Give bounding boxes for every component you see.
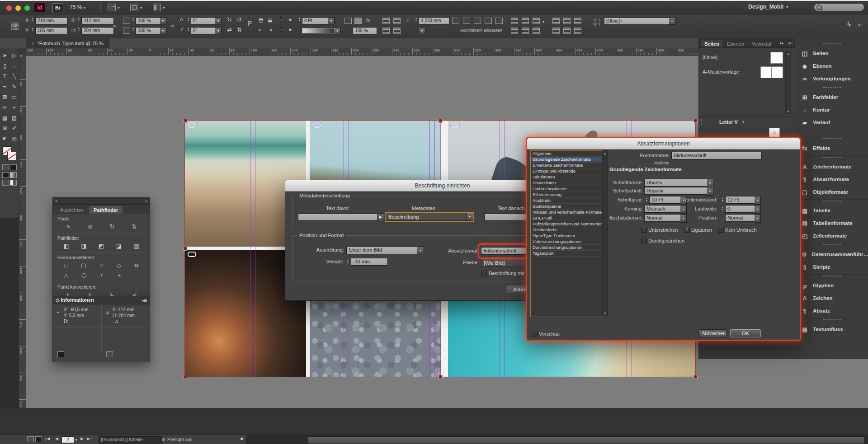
distribute-right-icon[interactable] [533,28,540,34]
height-field[interactable]: 204 mm [81,27,114,34]
object-style-dropdown[interactable]: ▼ [669,18,675,25]
dock-kontur[interactable]: ≡ Kontur [795,103,868,116]
dock-tabellenformate[interactable]: ▤ Tabellenformate [795,217,868,229]
expand-panel-icon[interactable]: ▸▸ [780,41,784,45]
scale-x-dropdown[interactable]: ▼ [160,17,166,24]
scale-y-dropdown[interactable]: ▼ [160,27,166,34]
align-objects-center-icon[interactable] [522,18,529,24]
pages-scrollbar[interactable]: ▲ ▼ [785,51,791,114]
dock-glyphen[interactable]: ℘ Glyphen [795,279,868,292]
selection-handle[interactable] [183,375,187,379]
align-top-icon[interactable] [552,18,560,24]
stroke-weight-dropdown[interactable]: ▼ [328,17,335,24]
exclude-overlap-icon[interactable]: ◪ [110,242,127,250]
page-size-dropdown[interactable]: Letter V [719,119,738,125]
list-item[interactable]: Unterstreichungsoptionen [531,239,602,245]
gradient-feather-tool[interactable]: ▧ [9,112,19,123]
list-item[interactable]: Abstände [531,198,602,204]
open-path-icon[interactable]: ↻ [101,223,123,231]
arrange-documents-button[interactable]: ▾ [153,4,165,11]
select-previous-icon[interactable]: ⇤ [259,27,263,33]
fit-frame-icon[interactable] [463,18,470,24]
tab-pathfinder[interactable]: Pathfinder [89,206,123,214]
fit-content-icon[interactable] [452,18,459,24]
object-style-field[interactable]: [Ohne]+ [604,18,671,25]
page-number-field[interactable]: 2 [61,436,74,443]
page-tool[interactable]: ▯ [0,61,9,71]
panel-menu-icon[interactable]: ▾≡ [788,41,793,46]
stroke-weight-stepper[interactable]: ▲▼ [297,17,302,22]
text-before-input[interactable] [298,213,378,221]
distribute-top-icon[interactable] [552,28,560,34]
list-item[interactable]: GREP-Stil [531,215,602,221]
rotate-ccw-button[interactable]: ↺ [237,17,242,23]
list-item[interactable]: Spaltenspanne [531,204,602,210]
list-item[interactable]: Umbruchoptionen [531,186,602,192]
page-list-caret[interactable]: ▾ [75,438,77,442]
list-item[interactable]: Silbentrennung [531,192,602,198]
line-tool[interactable]: ╲ [9,71,19,81]
leading-field[interactable]: 12 Pt [725,196,756,204]
list-item[interactable]: Initialen und verschachtelte Formate [531,210,602,215]
font-style-dropdown[interactable]: ▼ [707,187,713,196]
style-name-input[interactable]: Bildunterschrift [671,152,762,159]
convert-orthogonal-line-icon[interactable]: + [110,271,128,280]
leading-dropdown[interactable]: ▼ [755,196,761,205]
leading-stepper[interactable]: ▲▼ [721,196,725,203]
close-window-icon[interactable] [6,5,12,11]
position-option-dropdown[interactable]: ▼ [755,214,761,223]
stroke-weight-field[interactable]: 0 Pt [302,17,330,24]
align-options-caret[interactable]: ▾ [542,19,545,24]
convert-polygon-icon[interactable]: ⬡ [75,271,93,280]
tracking-field[interactable]: 0 [725,205,756,213]
minimize-window-icon[interactable] [15,5,21,11]
list-item[interactable]: OpenType-Funktionen [531,233,602,239]
scissors-tool[interactable]: ✂ [0,102,9,112]
list-item[interactable]: Durchstreichungsoptionen [531,245,602,251]
metadata-flyout-button[interactable]: ▶ [377,213,384,221]
note-tool[interactable]: ✉ [0,123,9,133]
select-container-icon[interactable]: ⬒ [259,17,263,23]
selection-handle[interactable] [183,119,187,123]
tracking-stepper[interactable]: ▲▼ [721,205,725,212]
dialog-title[interactable]: Absatzformatoptionen [527,138,800,150]
dock-verknuepfungen[interactable]: ∞ Verknüpfungen [795,72,868,85]
dock-gap[interactable] [795,129,868,136]
ruler-corner[interactable] [19,48,26,56]
dock-seiten[interactable]: ◫ Seiten [795,47,868,60]
type-tool[interactable]: T [0,71,9,81]
join-path-icon[interactable]: ∿ [57,223,80,231]
subtract-icon[interactable]: ◨ [75,242,93,250]
dock-textumfluss[interactable]: ▣ Textumfluss [795,323,868,336]
dock-separator[interactable] [795,42,868,47]
align-objects-right-icon[interactable] [533,18,540,24]
justify-icon[interactable] [393,28,401,34]
minus-back-icon[interactable]: ▥ [127,242,145,250]
list-item[interactable]: Einzüge und Abstände [531,168,602,174]
convert-line-icon[interactable]: / [93,271,110,280]
convert-triangle-icon[interactable]: △ [57,271,75,280]
dock-effekte[interactable]: fx Effekte [795,142,868,154]
shear-field[interactable]: 0° [191,27,217,34]
bridge-button[interactable]: Br [52,3,63,13]
zoom-tool[interactable]: ◎ [9,133,19,144]
underline-checkbox[interactable] [641,227,647,233]
dock-ebenen[interactable]: ◈ Ebenen [795,60,868,72]
horizontal-ruler[interactable]: 1201008060402002040608010012014016018020… [26,48,698,56]
rotation-field[interactable]: 0° [191,17,217,24]
dock-separator[interactable] [795,86,868,91]
constrain-proportions-icon[interactable]: ∞ [113,22,117,28]
alignment-dropdown[interactable]: Unter dem Bild ▼ [346,246,424,254]
direct-selection-tool[interactable]: ▷ [9,50,19,61]
master-spread-thumbnail-right[interactable] [771,66,783,78]
master-thumbnail[interactable] [770,52,783,64]
panel-menu-icon[interactable]: ▾≡ [142,298,147,303]
save-indicator-icon[interactable] [35,436,42,442]
ok-button[interactable]: OK [730,329,761,337]
group-caption-checkbox[interactable] [481,271,487,276]
selection-handle[interactable] [439,119,443,123]
link-badge-icon[interactable] [188,252,196,257]
dock-farbfelder[interactable]: ⊞ Farbfelder [795,91,868,103]
distribute-center-icon[interactable] [522,28,529,34]
offset-stepper[interactable]: ▲▼ [346,258,350,265]
